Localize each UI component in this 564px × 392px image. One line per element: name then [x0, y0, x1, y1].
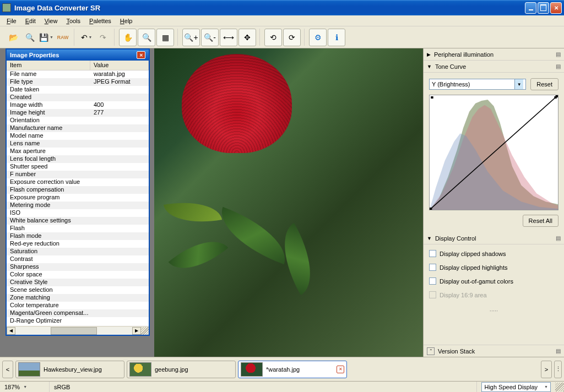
minimize-button[interactable]	[525, 2, 536, 14]
menu-edit[interactable]: Edit	[21, 17, 40, 25]
panel-peripheral-header[interactable]: ▶ Peripheral illumination ▤	[424, 48, 564, 61]
menu-file[interactable]: File	[2, 17, 21, 25]
rotate-right-button[interactable]: ⟳	[283, 29, 301, 46]
rotate-left-button[interactable]: ⟲	[264, 29, 282, 46]
adjustments-button[interactable]: ⚙	[309, 29, 327, 46]
property-row[interactable]: D-Range Optimizer	[7, 317, 149, 325]
property-row[interactable]: Red-eye reduction	[7, 240, 149, 248]
property-row[interactable]: White balance settings	[7, 217, 149, 225]
thumbnail-item[interactable]: geebung.jpg	[127, 361, 236, 378]
properties-close-button[interactable]: ✕	[137, 51, 145, 59]
zoom-tool-button[interactable]: 🔍	[138, 29, 155, 46]
undo-button[interactable]: ↶▼	[79, 30, 94, 45]
property-row[interactable]: Lens name	[7, 140, 149, 148]
version-stack-icon: ⌃	[427, 347, 435, 355]
property-row[interactable]: Orientation	[7, 117, 149, 124]
close-button[interactable]	[550, 2, 562, 14]
property-row[interactable]: Saturation	[7, 248, 149, 255]
version-stack-panel[interactable]: ⌃ Version Stack ▤	[424, 345, 564, 357]
property-row[interactable]: Zone matching	[7, 294, 149, 302]
resize-grip[interactable]	[141, 327, 149, 335]
property-row[interactable]: Image width400	[7, 101, 149, 109]
thumb-prev-button[interactable]: <	[2, 361, 13, 378]
svg-rect-3	[431, 96, 433, 99]
property-row[interactable]: Exposure correction value	[7, 178, 149, 186]
properties-scrollbar-h: ◀ ▶	[7, 326, 149, 335]
property-row[interactable]: Lens focal length	[7, 155, 149, 163]
property-row[interactable]: Max aperture	[7, 148, 149, 155]
property-row[interactable]: Model name	[7, 132, 149, 140]
checkbox-clipped-highlights[interactable]	[429, 264, 436, 271]
maximize-button[interactable]	[538, 2, 549, 14]
menu-view[interactable]: View	[40, 17, 62, 25]
reset-all-button[interactable]: Reset All	[523, 215, 558, 227]
info-button[interactable]: ℹ	[328, 29, 345, 46]
scroll-right-button[interactable]: ▶	[132, 327, 141, 335]
display-mode-select[interactable]: High Speed Display ▼	[481, 382, 551, 392]
property-row[interactable]: Date taken	[7, 86, 149, 94]
property-row[interactable]: Color temperature	[7, 302, 149, 309]
raw-button[interactable]: RAW	[55, 30, 70, 45]
reset-button[interactable]: Reset	[530, 78, 558, 90]
thumb-menu-button[interactable]: ⋮	[554, 361, 562, 378]
property-row[interactable]: ISO	[7, 209, 149, 217]
property-row[interactable]: Created	[7, 94, 149, 101]
panel-menu-icon[interactable]: ▤	[556, 51, 561, 57]
thumbnail-item[interactable]: Hawkesbury_view.jpg	[15, 361, 124, 378]
property-row[interactable]: File namewaratah.jpg	[7, 70, 149, 78]
property-row[interactable]: Exposure program	[7, 194, 149, 202]
menu-help[interactable]: Help	[116, 17, 137, 25]
property-row[interactable]: Manufacturer name	[7, 124, 149, 132]
property-row[interactable]: Creative Style	[7, 279, 149, 286]
thumb-next-button[interactable]: >	[541, 361, 552, 378]
scroll-left-button[interactable]: ◀	[7, 327, 15, 335]
zoom-in-button[interactable]: 🔍+	[182, 29, 200, 46]
panel-drag-handle[interactable]: ∙∙∙∙∙	[429, 305, 558, 316]
property-row[interactable]: Flash compensation	[7, 186, 149, 194]
property-row[interactable]: Flash mode	[7, 232, 149, 240]
open-button[interactable]: 📂	[6, 30, 21, 45]
property-row[interactable]: Color space	[7, 271, 149, 279]
thumbnail-item-active[interactable]: *waratah.jpg ✕	[238, 361, 347, 378]
property-row[interactable]: Scene selection	[7, 286, 149, 294]
preview-button[interactable]: 🔍	[22, 30, 37, 45]
property-row[interactable]: Shutter speed	[7, 163, 149, 171]
properties-body[interactable]: File namewaratah.jpgFile typeJPEG Format…	[7, 70, 149, 326]
save-button[interactable]: 💾▼	[39, 30, 54, 45]
property-row[interactable]: File typeJPEG Format	[7, 78, 149, 86]
app-icon	[2, 3, 11, 12]
redo-button[interactable]: ↷	[95, 30, 111, 45]
fit-width-button[interactable]: ⟷	[220, 29, 237, 46]
property-row[interactable]: Image height277	[7, 109, 149, 117]
thumbnail-close-button[interactable]: ✕	[337, 366, 344, 373]
canvas-area[interactable]: Image Properties ✕ Item Value File namew…	[0, 48, 423, 357]
checkbox-out-of-gamut[interactable]	[429, 277, 436, 285]
hand-tool-button[interactable]: ✋	[119, 29, 137, 46]
fit-screen-button[interactable]: ✥	[238, 29, 256, 46]
properties-col-item[interactable]: Item	[7, 61, 90, 70]
zoom-level[interactable]: 187% ▼	[0, 382, 50, 392]
panel-display-control-header[interactable]: ▼ Display Control ▤	[424, 232, 564, 244]
property-row[interactable]: Flash	[7, 225, 149, 232]
panel-tone-curve-header[interactable]: ▼ Tone Curve ▤	[424, 61, 564, 73]
histogram-chart[interactable]	[429, 95, 558, 210]
property-row[interactable]: Magenta/Green compensat...	[7, 309, 149, 317]
image-view[interactable]	[154, 48, 423, 357]
menu-tools[interactable]: Tools	[62, 17, 85, 25]
menu-palettes[interactable]: Palettes	[85, 17, 116, 25]
panel-menu-icon[interactable]: ▤	[556, 235, 561, 241]
property-row[interactable]: F number	[7, 171, 149, 178]
panel-menu-icon[interactable]: ▤	[556, 348, 561, 354]
tone-channel-select[interactable]: Y (Brightness) ▼	[429, 79, 526, 90]
window-resize-grip[interactable]	[555, 383, 564, 391]
dropdown-arrow-icon: ▼	[544, 385, 548, 389]
zoom-out-button[interactable]: 🔍-	[201, 29, 219, 46]
properties-col-value[interactable]: Value	[90, 61, 149, 70]
panel-menu-icon[interactable]: ▤	[556, 63, 561, 69]
property-row[interactable]: Sharpness	[7, 263, 149, 271]
property-row[interactable]: Metering mode	[7, 202, 149, 209]
scroll-track[interactable]	[15, 327, 132, 335]
checkbox-clipped-shadows[interactable]	[429, 250, 436, 257]
crop-tool-button[interactable]: ▦	[156, 29, 174, 46]
property-row[interactable]: Contrast	[7, 255, 149, 263]
